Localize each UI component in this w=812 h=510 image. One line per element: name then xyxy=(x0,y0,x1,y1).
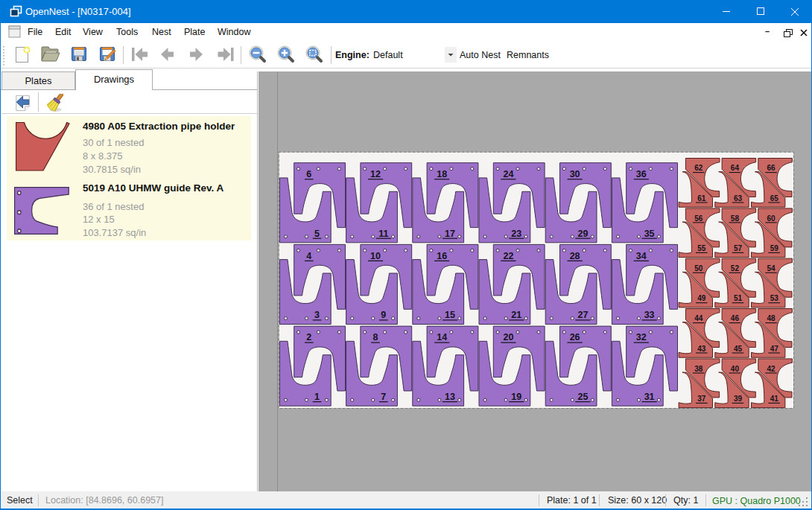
svg-text:58: 58 xyxy=(731,214,740,223)
svg-text:40: 40 xyxy=(731,365,740,373)
svg-text:47: 47 xyxy=(770,345,779,353)
svg-text:56: 56 xyxy=(694,214,703,223)
svg-text:43: 43 xyxy=(697,345,706,353)
svg-text:7: 7 xyxy=(381,392,386,402)
svg-text:2: 2 xyxy=(306,332,311,342)
svg-text:4: 4 xyxy=(306,251,311,261)
svg-text:49: 49 xyxy=(697,294,706,302)
svg-text:1: 1 xyxy=(314,392,320,402)
svg-text:48: 48 xyxy=(767,314,776,322)
svg-text:51: 51 xyxy=(734,294,743,302)
svg-text:33: 33 xyxy=(644,310,655,320)
svg-text:62: 62 xyxy=(694,164,703,172)
svg-text:45: 45 xyxy=(734,345,743,353)
svg-text:53: 53 xyxy=(770,294,779,302)
svg-text:60: 60 xyxy=(767,214,776,223)
svg-text:39: 39 xyxy=(734,395,743,403)
svg-text:8: 8 xyxy=(373,332,378,342)
svg-text:66: 66 xyxy=(767,164,776,172)
svg-text:17: 17 xyxy=(445,229,455,239)
svg-text:19: 19 xyxy=(511,392,521,402)
svg-text:15: 15 xyxy=(445,310,455,320)
svg-text:28: 28 xyxy=(570,251,580,261)
svg-text:30: 30 xyxy=(570,169,580,179)
svg-text:52: 52 xyxy=(731,264,740,272)
svg-text:57: 57 xyxy=(734,244,743,252)
svg-text:29: 29 xyxy=(577,229,588,239)
svg-text:34: 34 xyxy=(636,251,647,261)
svg-text:3: 3 xyxy=(314,310,320,320)
svg-text:59: 59 xyxy=(770,244,779,252)
svg-text:13: 13 xyxy=(445,392,455,402)
svg-text:27: 27 xyxy=(577,310,588,320)
svg-text:61: 61 xyxy=(697,194,706,203)
svg-text:21: 21 xyxy=(511,310,521,320)
svg-text:36: 36 xyxy=(636,169,647,179)
svg-text:26: 26 xyxy=(570,332,580,342)
svg-text:25: 25 xyxy=(577,392,588,402)
svg-text:9: 9 xyxy=(381,310,386,320)
svg-text:42: 42 xyxy=(767,365,776,373)
svg-text:63: 63 xyxy=(734,194,743,203)
svg-text:50: 50 xyxy=(694,264,703,272)
svg-text:11: 11 xyxy=(378,229,388,239)
svg-text:20: 20 xyxy=(503,332,513,342)
svg-text:10: 10 xyxy=(370,251,381,261)
svg-text:54: 54 xyxy=(767,264,776,272)
svg-text:46: 46 xyxy=(731,314,740,322)
svg-text:55: 55 xyxy=(697,244,706,252)
svg-text:31: 31 xyxy=(644,392,655,402)
svg-text:65: 65 xyxy=(770,194,779,203)
svg-text:24: 24 xyxy=(503,169,513,179)
svg-text:44: 44 xyxy=(694,314,703,322)
svg-text:16: 16 xyxy=(437,251,447,261)
svg-text:14: 14 xyxy=(437,332,447,342)
svg-text:23: 23 xyxy=(511,229,521,239)
svg-text:41: 41 xyxy=(770,395,779,403)
svg-text:18: 18 xyxy=(437,169,447,179)
svg-text:22: 22 xyxy=(503,251,513,261)
svg-text:12: 12 xyxy=(370,169,381,179)
svg-text:5: 5 xyxy=(314,229,320,239)
svg-text:37: 37 xyxy=(697,395,706,403)
svg-text:64: 64 xyxy=(731,164,740,172)
svg-text:6: 6 xyxy=(306,169,311,179)
svg-text:35: 35 xyxy=(644,229,655,239)
svg-text:38: 38 xyxy=(694,365,703,373)
svg-text:32: 32 xyxy=(636,332,647,342)
